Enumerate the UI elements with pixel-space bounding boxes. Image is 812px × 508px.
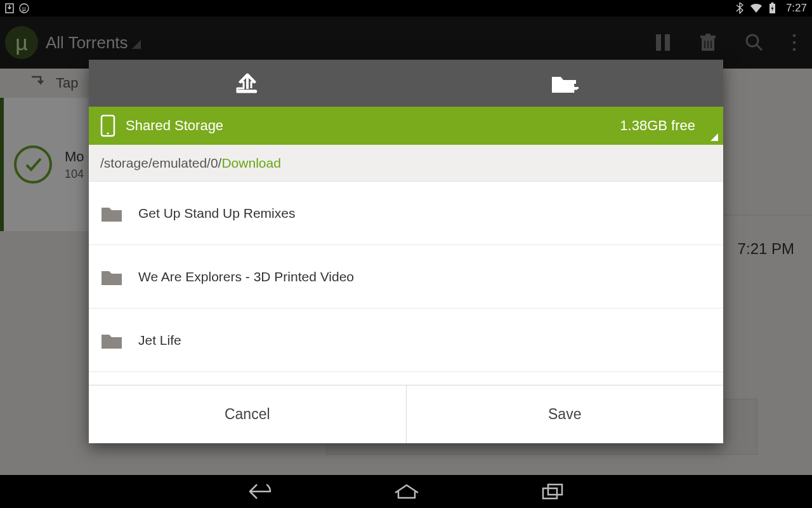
new-folder-button[interactable] — [406, 60, 723, 107]
folder-item[interactable]: Jet Life — [89, 309, 723, 372]
device-icon — [100, 114, 115, 137]
folder-name: Get Up Stand Up Remixes — [138, 206, 295, 221]
spinner-indicator-icon — [710, 133, 718, 141]
current-path[interactable]: /storage/emulated/0/Download — [89, 145, 723, 182]
dialog-toolbar — [89, 60, 723, 107]
status-bar: µ 7:27 — [0, 0, 812, 17]
svg-rect-4 — [771, 3, 773, 4]
svg-rect-26 — [548, 485, 562, 495]
folder-picker-dialog: Shared Storage 1.38GB free /storage/emul… — [89, 60, 723, 443]
save-button[interactable]: Save — [406, 385, 724, 443]
folder-name: We Are Explorers - 3D Printed Video — [138, 269, 354, 284]
wifi-icon — [750, 3, 763, 13]
path-active-segment: Download — [221, 156, 280, 171]
folder-icon — [100, 204, 123, 223]
svg-rect-25 — [543, 488, 557, 498]
folder-item[interactable]: Get Up Stand Up Remixes — [89, 182, 723, 245]
back-button[interactable] — [248, 482, 272, 501]
cancel-button[interactable]: Cancel — [89, 385, 406, 443]
svg-text:µ: µ — [22, 5, 26, 12]
folder-list: Get Up Stand Up Remixes We Are Explorers… — [89, 182, 723, 385]
path-prefix: /storage/emulated/0/ — [100, 156, 221, 171]
svg-point-24 — [107, 132, 108, 134]
battery-charging-icon — [769, 3, 776, 14]
storage-label: Shared Storage — [126, 117, 223, 134]
svg-rect-22 — [573, 85, 575, 93]
recent-apps-button[interactable] — [541, 483, 564, 500]
home-button[interactable] — [393, 483, 421, 500]
free-space: 1.38GB free — [620, 117, 695, 134]
download-status-icon — [5, 3, 14, 13]
navigation-bar — [0, 475, 812, 508]
bluetooth-icon — [736, 3, 743, 14]
utorrent-status-icon: µ — [19, 3, 29, 13]
folder-name: Jet Life — [138, 333, 181, 348]
up-directory-button[interactable] — [89, 60, 406, 107]
status-clock: 7:27 — [786, 2, 807, 15]
folder-item[interactable]: We Are Explorers - 3D Printed Video — [89, 245, 723, 309]
folder-icon — [100, 267, 123, 286]
storage-selector[interactable]: Shared Storage 1.38GB free — [89, 107, 723, 145]
folder-icon — [100, 331, 123, 350]
dialog-button-bar: Cancel Save — [89, 385, 723, 443]
